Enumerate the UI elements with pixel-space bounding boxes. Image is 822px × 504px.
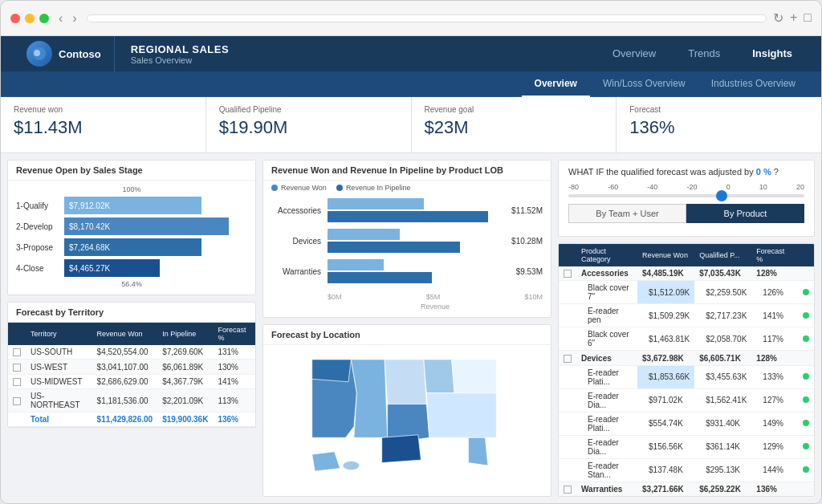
item-stan-won: $137.48K [637,458,694,482]
product-table-scroll[interactable]: Product Category Revenue Won Qualified P… [559,244,814,497]
kpi-goal-value: $23M [425,117,604,138]
checkbox-accessories[interactable] [564,270,572,278]
devices-bars [328,229,507,253]
cat-warranties-name: Warranties [576,482,637,496]
x-label-10m: $10M [524,293,543,301]
territory-south-won: $4,520,554.00 [92,345,158,360]
sub-tab-overview[interactable]: Overview [522,71,590,97]
cat-accessories-name: Accessories [576,266,637,281]
territory-south-forecast: 131% [213,345,255,360]
slider-thumb[interactable] [716,190,727,201]
product-row-warranties: Warranties $9.53M [271,259,543,283]
item-black7-name: Black cover 7" [576,281,637,304]
checkbox-midwest[interactable] [13,378,21,386]
kpi-revenue-won-value: $11.43M [14,117,193,138]
product-ereader-plati-1: E-reader Plati... $1,853.66K $3,455.63K … [559,365,814,388]
slider-labels: -80 -60 -40 -20 0 10 20 [568,183,804,191]
sub-tab-winloss[interactable]: Win/Loss Overview [590,71,698,97]
product-ereader-pen: E-reader pen $1,509.29K $2,717.23K 141% [559,304,814,327]
stage-bar-3: $7,264.68K [64,238,201,256]
toggle-product[interactable]: By Product [686,204,804,223]
territory-table: Territory Revenue Won In Pipeline Foreca… [8,323,255,427]
kpi-revenue-won-label: Revenue won [14,105,193,114]
item-black7-won: $1,512.09K [637,281,694,304]
green-dot [803,335,809,342]
product-col-name[interactable]: Product Category [576,244,637,266]
green-dot [803,420,809,426]
stage-56-label: 56.4% [16,280,247,288]
chart-legend: Revenue Won Revenue In Pipeline [271,184,543,192]
checkbox-northeast[interactable] [13,397,21,405]
sales-stage-panel: Revenue Open by Sales Stage 100% 1-Quali… [7,160,256,295]
x-label-5m: $5M [426,293,441,301]
accessories-bars [328,198,507,222]
slider-min: -80 [568,183,579,191]
accessories-value: $11.52M [511,206,543,215]
sub-tab-industries[interactable]: Industries Overview [698,71,808,97]
checkbox-devices[interactable] [564,355,572,363]
green-dot [803,396,809,403]
territory-row-2: US-WEST $3,041,107.00 $6,061.89K 130% [8,360,255,374]
item-black7-pipeline: $2,259.50K [694,281,751,304]
dot-green[interactable] [39,14,49,23]
app-title-main: REGIONAL SALES [131,43,229,55]
kpi-pipeline-value: $19.90M [219,117,398,138]
item-plati2-forecast: 149% [751,412,791,435]
stage-row-2: 2-Develop $8,170.42K [16,217,247,235]
whatif-title: WHAT IF the qualified forecast was adjus… [568,167,804,177]
nav-overview[interactable]: Overview [596,36,672,71]
product-row-devices: Devices $10.28M [271,229,543,253]
territory-total-forecast: 136% [213,413,255,427]
checkbox-warranties[interactable] [564,486,572,494]
top-navigation: Contoso REGIONAL SALES Sales Overview Ov… [1,36,821,71]
kpi-forecast-label: Forecast [629,105,808,114]
forward-button[interactable]: › [69,10,79,27]
nav-insights[interactable]: Insights [736,36,808,71]
address-bar[interactable] [87,14,767,22]
territory-col-name[interactable]: Territory [26,323,92,345]
cat-devices-pipeline: $6,605.71K [694,351,751,365]
kpi-row: Revenue won $11.43M Qualified Pipeline $… [1,97,821,153]
slider-track[interactable] [568,194,804,197]
stage-row-3: 3-Propose $7,264.68K [16,238,247,256]
us-map-svg [267,348,547,477]
category-warranties: Warranties $3,271.66K $6,259.22K 136% [559,482,814,496]
browser-nav: ‹ › [55,10,80,27]
item-black6-won: $1,463.81K [637,327,694,351]
sub-navigation: Overview Win/Loss Overview Industries Ov… [1,71,821,97]
left-column: Revenue Open by Sales Stage 100% 1-Quali… [7,160,256,497]
kpi-forecast: Forecast 136% [616,97,821,152]
item-pen-won: $1,509.29K [637,304,694,327]
accessories-bar2 [328,211,488,222]
dot-yellow[interactable] [25,14,35,23]
cat-warranties-pipeline: $6,259.22K [694,482,751,496]
cat-warranties-forecast: 136% [751,482,791,496]
cat-accessories-forecast: 128% [751,266,791,281]
green-dot [803,289,809,295]
new-tab-icon[interactable]: + [790,10,797,26]
territory-panel: Forecast by Territory Territory Revenue … [7,302,256,428]
app-title-sub: Sales Overview [131,55,229,65]
territory-midwest-won: $2,686,629.00 [92,374,158,388]
item-pen-name: E-reader pen [576,304,637,327]
dot-red[interactable] [10,14,20,23]
cat-devices-forecast: 128% [751,351,791,365]
whatif-value: 0 % [756,167,771,177]
warranties-bar1 [328,259,384,270]
territory-row-3: US-MIDWEST $2,686,629.00 $4,367.79K 141% [8,374,255,388]
devices-bar2-row [328,242,507,253]
app-title-area: REGIONAL SALES Sales Overview [114,36,245,71]
kpi-goal-label: Revenue goal [425,105,604,114]
territory-total-row: Total $11,429,826.00 $19,900.36K 136% [8,413,255,427]
windows-icon[interactable]: □ [804,10,812,26]
toggle-team-user[interactable]: By Team + User [568,204,686,223]
warranties-bar2-row [328,272,511,283]
checkbox-south[interactable] [13,348,21,356]
checkbox-west[interactable] [13,364,21,372]
browser-actions: ↻ + □ [773,10,812,26]
refresh-icon[interactable]: ↻ [773,10,783,26]
stage-label-2: 2-Develop [16,222,64,231]
nav-trends[interactable]: Trends [672,36,736,71]
back-button[interactable]: ‹ [55,10,66,27]
browser-dots [10,14,49,23]
